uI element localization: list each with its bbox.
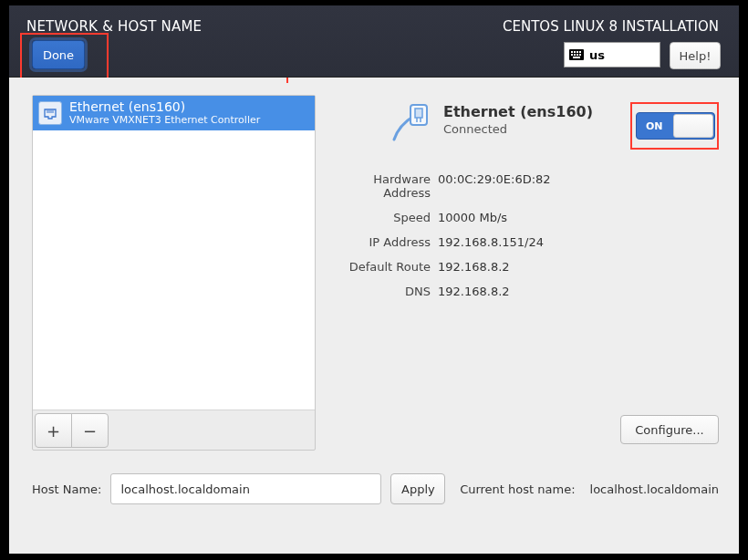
svg-rect-4 [579, 51, 581, 53]
connection-properties: Hardware Address 00:0C:29:0E:6D:82 Speed… [334, 172, 719, 309]
keyboard-layout-selector[interactable]: us [564, 42, 660, 67]
done-button[interactable]: Done [32, 40, 85, 69]
svg-rect-3 [577, 51, 578, 53]
interface-row[interactable]: Ethernet (ens160) VMware VMXNET3 Etherne… [33, 96, 315, 130]
keyboard-icon [568, 46, 585, 64]
interface-name: Ethernet (ens160) [69, 100, 260, 114]
svg-rect-8 [579, 54, 581, 56]
prop-row-hwaddr: Hardware Address 00:0C:29:0E:6D:82 [334, 172, 719, 200]
ethernet-port-icon [38, 101, 62, 125]
prop-label: Speed [334, 211, 438, 224]
prop-value: 10000 Mb/s [438, 211, 507, 224]
svg-rect-2 [574, 51, 576, 53]
interface-list[interactable]: Ethernet (ens160) VMware VMXNET3 Etherne… [33, 96, 315, 410]
prop-value: 192.168.8.2 [438, 260, 510, 274]
installer-window: NETWORK & HOST NAME CENTOS LINUX 8 INSTA… [9, 5, 739, 554]
hostname-input[interactable] [110, 473, 381, 504]
body: Ethernet (ens160) VMware VMXNET3 Etherne… [9, 78, 739, 554]
prop-label: Default Route [334, 260, 438, 274]
prop-label: Hardware Address [334, 172, 438, 200]
interface-buttons: + − [35, 413, 109, 448]
prop-value: 192.168.8.2 [438, 285, 510, 298]
install-title: CENTOS LINUX 8 INSTALLATION [503, 18, 719, 35]
svg-rect-6 [574, 54, 576, 56]
current-hostname-label: Current host name: [460, 482, 575, 496]
prop-row-speed: Speed 10000 Mb/s [334, 211, 719, 224]
current-hostname-value: localhost.localdomain [590, 482, 719, 496]
ethernet-plug-icon [387, 103, 432, 144]
keyboard-layout-label: us [589, 48, 605, 62]
interface-subtitle: VMware VMXNET3 Ethernet Controller [69, 115, 260, 126]
prop-label: DNS [334, 285, 438, 298]
connection-status: Connected [443, 122, 507, 136]
svg-rect-7 [577, 54, 578, 56]
highlight-marker [286, 78, 288, 83]
prop-value: 00:0C:29:0E:6D:82 [438, 172, 551, 200]
interface-panel: Ethernet (ens160) VMware VMXNET3 Etherne… [32, 95, 316, 451]
apply-button[interactable]: Apply [390, 473, 445, 504]
interface-text: Ethernet (ens160) VMware VMXNET3 Etherne… [69, 100, 260, 125]
toggle-highlight-box: ON [630, 102, 719, 150]
svg-rect-11 [415, 109, 422, 118]
prop-row-ip: IP Address 192.168.8.151/24 [334, 235, 719, 249]
header: NETWORK & HOST NAME CENTOS LINUX 8 INSTA… [9, 5, 739, 78]
add-interface-button[interactable]: + [35, 413, 72, 448]
svg-rect-1 [571, 51, 573, 53]
prop-label: IP Address [334, 235, 438, 249]
help-button[interactable]: Help! [670, 42, 721, 69]
toggle-knob [673, 114, 713, 138]
prop-value: 192.168.8.151/24 [438, 235, 544, 249]
configure-button[interactable]: Configure... [620, 415, 719, 444]
hostname-label: Host Name: [32, 482, 101, 496]
svg-rect-9 [573, 57, 580, 58]
svg-rect-5 [571, 54, 573, 56]
remove-interface-button[interactable]: − [71, 413, 109, 448]
prop-row-route: Default Route 192.168.8.2 [334, 260, 719, 274]
prop-row-dns: DNS 192.168.8.2 [334, 285, 719, 298]
hostname-row: Host Name: Apply Current host name: loca… [32, 473, 719, 504]
connection-toggle[interactable]: ON [636, 112, 715, 140]
toggle-state-label: ON [646, 120, 663, 132]
connection-title: Ethernet (ens160) [443, 103, 593, 120]
